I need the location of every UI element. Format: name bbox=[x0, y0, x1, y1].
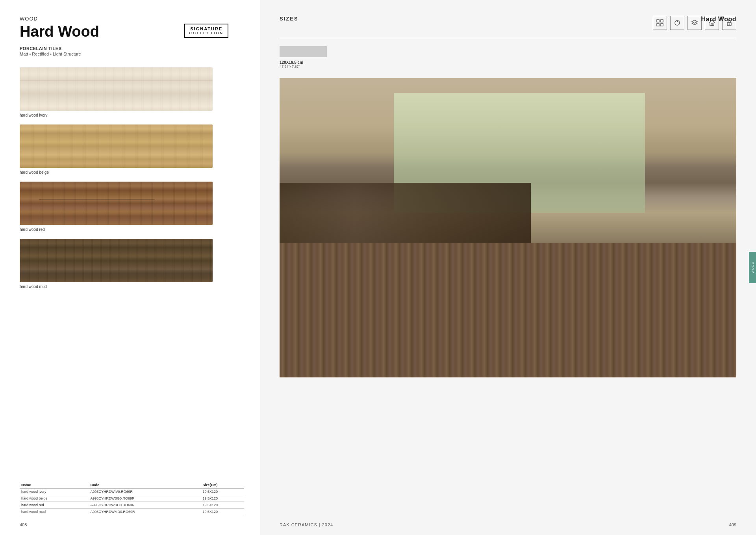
right-header: SIZES bbox=[280, 16, 736, 30]
tile-image-mud bbox=[20, 239, 213, 282]
room-photo bbox=[280, 78, 736, 377]
svg-marker-5 bbox=[692, 20, 697, 23]
grid-icon bbox=[653, 16, 667, 30]
left-page: WOOD Hard Wood SIGNATURE COLLECTION PORC… bbox=[0, 0, 260, 535]
teal-tab: WOOD bbox=[749, 252, 756, 283]
svg-rect-0 bbox=[657, 20, 659, 22]
col-header-code: Code bbox=[89, 482, 201, 489]
row-name: hard wood ivory bbox=[20, 489, 89, 495]
size-sublabel: 47.24"×7.87" bbox=[280, 65, 736, 69]
tile-label-beige: hard wood beige bbox=[20, 170, 244, 175]
page-footer: RAK CERAMICS | 2024 409 bbox=[280, 522, 736, 527]
row-code: A995CYHRDWMD0.RO69R bbox=[89, 509, 201, 515]
svg-rect-3 bbox=[661, 24, 663, 26]
page-number-left: 408 bbox=[20, 522, 27, 527]
table-row: hard wood red A995CYHRDWRD0.RO69R 19.5X1… bbox=[20, 502, 244, 509]
tile-image-ivory bbox=[20, 67, 213, 111]
row-size: 19.5X120 bbox=[201, 502, 244, 509]
row-code: A995CYHRDWRD0.RO69R bbox=[89, 502, 201, 509]
tile-label-ivory: hard wood ivory bbox=[20, 113, 244, 117]
tile-type: PORCELAIN TILES bbox=[20, 46, 244, 51]
page-category: WOOD bbox=[20, 16, 244, 22]
row-size: 19.5X120 bbox=[201, 489, 244, 495]
tile-sample-beige: hard wood beige bbox=[20, 124, 244, 175]
size-label: 120X19.5 cm bbox=[280, 60, 736, 65]
table-row: hard wood ivory A995CYHRDWIV0.RO69R 19.5… bbox=[20, 489, 244, 495]
signature-line2: COLLECTION bbox=[189, 31, 224, 35]
row-code: A995CYHRDWIV0.RO69R bbox=[89, 489, 201, 495]
teal-tab-label: WOOD bbox=[751, 262, 754, 273]
row-size: 19.5X120 bbox=[201, 495, 244, 502]
footer-page-number: 409 bbox=[729, 522, 736, 527]
size-section: 120X19.5 cm 47.24"×7.87" bbox=[280, 46, 736, 69]
svg-point-8 bbox=[729, 24, 730, 25]
tile-image-red bbox=[20, 182, 213, 225]
tile-sample-mud: hard wood mud bbox=[20, 239, 244, 289]
tile-sample-ivory: hard wood ivory bbox=[20, 67, 244, 117]
sizes-label: SIZES bbox=[280, 16, 298, 22]
tile-label-mud: hard wood mud bbox=[20, 284, 244, 289]
row-size: 19.5X120 bbox=[201, 509, 244, 515]
divider bbox=[280, 38, 736, 38]
tile-sample-red: hard wood red bbox=[20, 182, 244, 232]
row-name: hard wood mud bbox=[20, 509, 89, 515]
right-page: Hard Wood SIZES bbox=[260, 0, 756, 535]
signature-badge: SIGNATURE COLLECTION bbox=[184, 24, 228, 38]
rotate-icon bbox=[670, 16, 684, 30]
row-name: hard wood red bbox=[20, 502, 89, 509]
size-swatch bbox=[280, 46, 327, 57]
table-row: hard wood mud A995CYHRDWMD0.RO69R 19.5X1… bbox=[20, 509, 244, 515]
row-code: A995CYHRDWBG0.RO69R bbox=[89, 495, 201, 502]
tile-label-red: hard wood red bbox=[20, 227, 244, 232]
svg-rect-1 bbox=[661, 20, 663, 22]
row-name: hard wood beige bbox=[20, 495, 89, 502]
col-header-size: Size(CM) bbox=[201, 482, 244, 489]
layers-icon bbox=[687, 16, 702, 30]
header-brand-right: Hard Wood bbox=[701, 16, 736, 23]
col-header-name: Name bbox=[20, 482, 89, 489]
tile-properties: Matt • Rectified • Light Structure bbox=[20, 52, 244, 56]
tile-image-beige bbox=[20, 124, 213, 168]
product-table: Name Code Size(CM) hard wood ivory A995C… bbox=[20, 482, 244, 515]
table-row: hard wood beige A995CYHRDWBG0.RO69R 19.5… bbox=[20, 495, 244, 502]
footer-brand: RAK CERAMICS | 2024 bbox=[280, 522, 333, 527]
signature-line1: SIGNATURE bbox=[189, 26, 224, 31]
svg-rect-2 bbox=[657, 24, 659, 26]
